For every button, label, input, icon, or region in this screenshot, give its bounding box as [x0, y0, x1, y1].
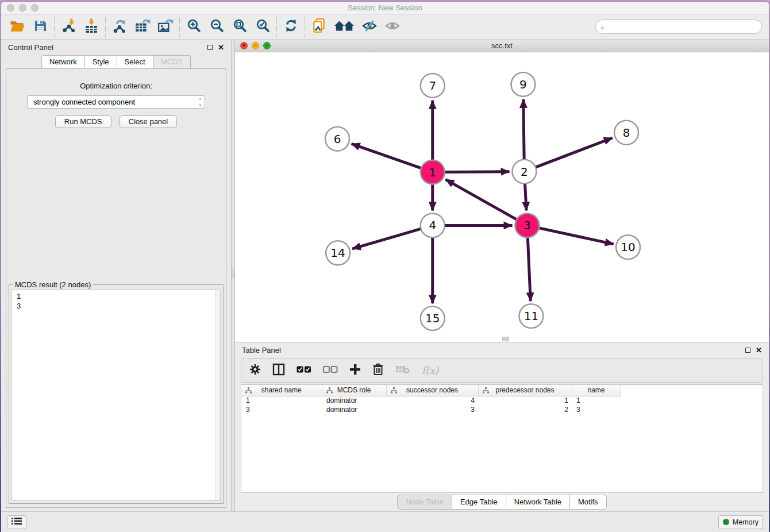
mcds-result-line: 3: [17, 301, 215, 311]
import-table-icon: [84, 18, 99, 36]
float-panel-icon[interactable]: [207, 45, 213, 50]
column-header-MCDS-role[interactable]: MCDS role: [322, 385, 386, 396]
delete-column-button[interactable]: [372, 363, 384, 378]
main-toolbar: ⌕: [1, 14, 769, 40]
delete-table-button[interactable]: [395, 363, 410, 378]
network-graph[interactable]: 1234678910111415: [235, 52, 769, 342]
network-close-button[interactable]: ✕: [240, 42, 248, 49]
table-cell[interactable]: 4: [386, 396, 478, 405]
zoom-in-button[interactable]: [184, 17, 203, 37]
table-cell[interactable]: 1: [241, 396, 322, 405]
select-all-columns-button[interactable]: [297, 363, 311, 378]
tab-edge-table[interactable]: Edge Table: [452, 495, 506, 510]
graph-edge-4-14[interactable]: [352, 229, 422, 249]
zoom-fit-button[interactable]: [230, 17, 249, 37]
show-column-panel-button[interactable]: [272, 363, 285, 378]
tab-style[interactable]: Style: [85, 55, 117, 69]
show-all-button[interactable]: [383, 17, 402, 37]
float-table-panel-icon[interactable]: [745, 348, 750, 353]
open-folder-icon: [10, 19, 25, 35]
table-cell[interactable]: 3: [386, 405, 478, 414]
toolbar-separator: [305, 17, 305, 37]
optimization-criterion-label: Optimization criterion:: [80, 82, 152, 90]
import-network-button[interactable]: [59, 17, 78, 37]
table-cell[interactable]: 3: [572, 405, 621, 414]
column-header-successor-nodes[interactable]: successor nodes: [386, 385, 478, 396]
first-neighbors-button[interactable]: [333, 17, 356, 37]
graph-edge-3-1[interactable]: [445, 179, 518, 220]
close-panel-icon[interactable]: ✕: [218, 45, 224, 50]
tab-select[interactable]: Select: [117, 55, 153, 69]
open-session-button[interactable]: [8, 17, 26, 37]
column-type-icon: [245, 387, 252, 395]
zoom-selected-button[interactable]: [253, 17, 272, 37]
tab-node-table[interactable]: Node Table: [397, 495, 452, 510]
table-cell[interactable]: 3: [241, 405, 322, 414]
tab-network[interactable]: Network: [41, 55, 85, 69]
table-cell[interactable]: 1: [572, 396, 621, 405]
canvas-resize-grip[interactable]: [502, 337, 509, 341]
export-network-button[interactable]: [110, 17, 129, 37]
splitter-grip[interactable]: [232, 269, 234, 277]
graph-edge-2-9[interactable]: [523, 99, 524, 161]
table-toolbar: f(x): [241, 358, 763, 383]
column-header-predecessor-nodes[interactable]: predecessor nodes: [478, 385, 572, 396]
gear-icon: [249, 364, 261, 377]
graph-edge-3-10[interactable]: [538, 228, 614, 244]
table-cell[interactable]: dominator: [322, 405, 386, 414]
zoom-fit-icon: [233, 18, 247, 35]
optimization-criterion-select[interactable]: strongly connected component ⌃⌄: [27, 95, 205, 109]
close-table-panel-icon[interactable]: ✕: [756, 348, 762, 353]
network-view-window: ✕ − + scc.txt 12346789101114: [235, 40, 769, 342]
vertical-splitter[interactable]: [231, 40, 235, 511]
column-header-shared-name[interactable]: shared name: [241, 385, 322, 396]
task-list-icon: [11, 517, 22, 527]
clone-network-button[interactable]: [310, 17, 328, 37]
graph-edge-1-6[interactable]: [352, 144, 422, 168]
export-image-button[interactable]: [156, 17, 175, 37]
result-scrollbar[interactable]: [215, 290, 220, 500]
tab-motifs[interactable]: Motifs: [570, 495, 607, 510]
table-row[interactable]: 1dominator411: [241, 396, 621, 405]
network-minimize-button[interactable]: −: [252, 42, 259, 49]
import-table-button[interactable]: [82, 17, 101, 37]
hide-selected-button[interactable]: [360, 17, 379, 37]
table-settings-button[interactable]: [249, 363, 261, 378]
graph-node-label-2: 2: [521, 165, 528, 179]
tab-network-table[interactable]: Network Table: [506, 495, 570, 510]
table-cell[interactable]: 2: [478, 405, 572, 414]
refresh-view-button[interactable]: [282, 17, 300, 37]
tab-mcds[interactable]: MCDS: [153, 55, 191, 69]
window-titlebar: Session: New Session: [1, 2, 769, 14]
save-session-button[interactable]: [31, 17, 49, 37]
zoom-out-button[interactable]: [207, 17, 226, 37]
zoom-selected-icon: [256, 18, 270, 35]
table-cell[interactable]: 1: [478, 396, 572, 405]
network-canvas[interactable]: 1234678910111415: [235, 52, 769, 342]
toolbar-separator: [276, 17, 277, 37]
search-input[interactable]: [607, 23, 757, 31]
run-mcds-button[interactable]: Run MCDS: [55, 115, 111, 128]
optimization-criterion-value: strongly connected component: [33, 98, 135, 106]
memory-button[interactable]: Memory: [718, 515, 763, 529]
graph-edge-2-3[interactable]: [525, 183, 526, 211]
graph-node-label-15: 15: [425, 311, 440, 325]
table-row[interactable]: 3dominator323: [241, 405, 621, 414]
task-history-button[interactable]: [7, 515, 26, 529]
search-field[interactable]: ⌕: [595, 20, 762, 34]
application-window: Session: New Session: [1, 2, 769, 532]
close-panel-button[interactable]: Close panel: [120, 115, 178, 128]
export-network-icon: [112, 18, 127, 36]
graph-edge-2-8[interactable]: [534, 138, 613, 168]
column-header-name[interactable]: name: [572, 385, 621, 396]
save-floppy-icon: [33, 19, 47, 35]
add-column-button[interactable]: [349, 363, 361, 378]
deselect-all-columns-button[interactable]: [323, 363, 338, 378]
zoom-out-icon: [210, 18, 224, 35]
graph-edge-1-2[interactable]: [444, 172, 510, 172]
export-table-button[interactable]: [133, 17, 152, 37]
network-zoom-button[interactable]: +: [263, 42, 271, 49]
function-builder-button[interactable]: f(x): [422, 363, 438, 378]
table-cell[interactable]: dominator: [322, 396, 386, 405]
graph-edge-3-11[interactable]: [528, 236, 530, 301]
